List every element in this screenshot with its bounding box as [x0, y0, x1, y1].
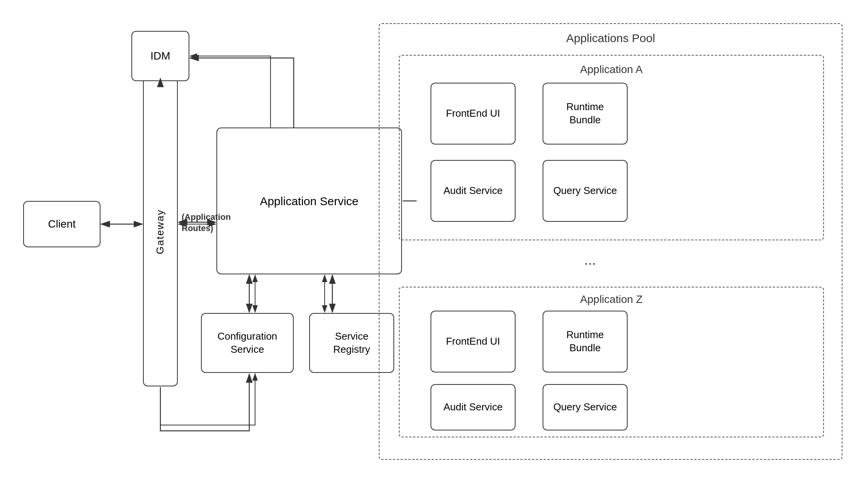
- idm-label: IDM: [150, 49, 170, 63]
- app-a-runtime-bundle-label: RuntimeBundle: [567, 100, 604, 127]
- app-z-frontend-ui-label: FrontEnd UI: [446, 335, 500, 348]
- app-a-query-service-label: Query Service: [553, 184, 617, 197]
- gateway-box: Gateway: [143, 77, 178, 386]
- app-a-runtime-bundle-box: RuntimeBundle: [543, 83, 628, 145]
- app-a: Application A FrontEnd UI RuntimeBundle …: [399, 55, 824, 240]
- app-a-query-service-box: Query Service: [543, 160, 628, 222]
- app-a-audit-service-label: Audit Service: [443, 184, 502, 197]
- app-z-label: Application Z: [580, 293, 643, 306]
- config-service-box: ConfigurationService: [201, 313, 294, 373]
- diagram-container: Client Gateway IDM Application Service (…: [0, 0, 868, 483]
- app-a-label: Application A: [580, 63, 643, 76]
- app-z-query-service-label: Query Service: [553, 401, 617, 414]
- app-z: Application Z FrontEnd UI RuntimeBundle …: [399, 287, 824, 437]
- config-service-label: ConfigurationService: [218, 330, 277, 356]
- gateway-label: Gateway: [154, 209, 167, 255]
- client-label: Client: [48, 217, 76, 231]
- app-service-label: Application Service: [260, 194, 358, 209]
- app-z-runtime-bundle-box: RuntimeBundle: [543, 311, 628, 372]
- apps-pool: Applications Pool Application A FrontEnd…: [379, 23, 842, 460]
- service-registry-label: ServiceRegistry: [333, 330, 370, 356]
- apps-pool-label: Applications Pool: [566, 32, 655, 45]
- dots-label: ...: [584, 252, 596, 268]
- app-z-runtime-bundle-label: RuntimeBundle: [567, 328, 604, 355]
- app-z-frontend-ui-box: FrontEnd UI: [431, 311, 516, 372]
- app-z-audit-service-label: Audit Service: [443, 401, 502, 414]
- app-a-frontend-ui-box: FrontEnd UI: [431, 83, 516, 145]
- dots-separator: ...: [584, 252, 596, 268]
- app-a-frontend-ui-label: FrontEnd UI: [446, 107, 500, 120]
- client-box: Client: [23, 201, 100, 247]
- app-z-query-service-box: Query Service: [543, 384, 628, 430]
- app-a-audit-service-box: Audit Service: [431, 160, 516, 222]
- app-routes-text: (Application Routes): [182, 212, 231, 233]
- idm-box: IDM: [131, 31, 189, 81]
- app-routes-label: (Application Routes): [182, 212, 228, 234]
- app-z-audit-service-box: Audit Service: [431, 384, 516, 430]
- app-service-box: Application Service: [216, 128, 402, 274]
